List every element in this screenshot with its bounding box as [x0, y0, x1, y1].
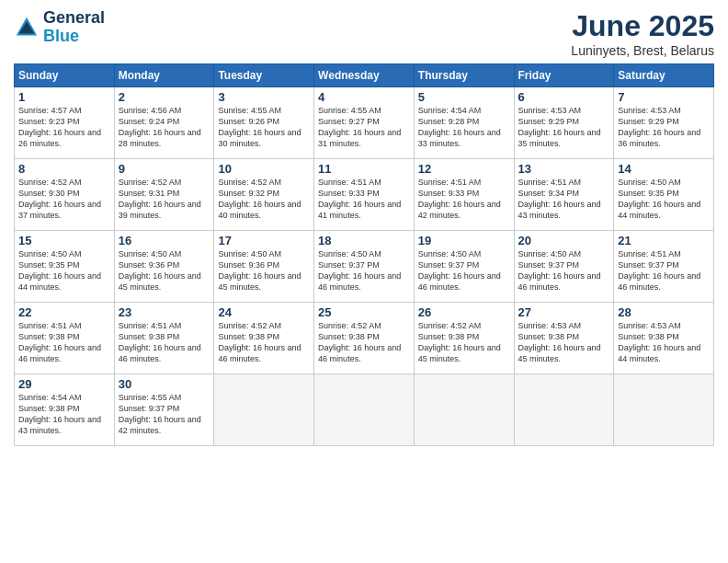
calendar-cell: 24Sunrise: 4:52 AMSunset: 9:38 PMDayligh… [214, 303, 314, 374]
day-info: Sunrise: 4:55 AMSunset: 9:27 PMDaylight:… [318, 105, 410, 150]
day-number: 9 [119, 162, 210, 176]
day-number: 17 [218, 234, 310, 247]
calendar-cell: 3Sunrise: 4:55 AMSunset: 9:26 PMDaylight… [214, 87, 314, 159]
location: Luninyets, Brest, Belarus [571, 43, 714, 58]
logo-text: General Blue [43, 9, 105, 46]
day-number: 1 [18, 90, 110, 104]
calendar-cell: 1Sunrise: 4:57 AMSunset: 9:23 PMDaylight… [15, 87, 115, 159]
day-number: 26 [418, 305, 510, 319]
day-number: 30 [119, 377, 210, 391]
calendar-cell: 26Sunrise: 4:52 AMSunset: 9:38 PMDayligh… [414, 303, 514, 374]
day-info: Sunrise: 4:52 AMSunset: 9:32 PMDaylight:… [218, 177, 310, 222]
day-info: Sunrise: 4:51 AMSunset: 9:33 PMDaylight:… [418, 177, 510, 222]
calendar-cell: 19Sunrise: 4:50 AMSunset: 9:37 PMDayligh… [414, 231, 514, 303]
calendar-week-row: 1Sunrise: 4:57 AMSunset: 9:23 PMDaylight… [15, 87, 714, 159]
day-number: 16 [119, 234, 210, 247]
day-number: 23 [119, 305, 210, 319]
logo-icon [14, 15, 40, 40]
day-info: Sunrise: 4:53 AMSunset: 9:38 PMDaylight:… [618, 320, 710, 365]
calendar-cell [314, 374, 415, 446]
title-section: June 2025 Luninyets, Brest, Belarus [571, 9, 714, 58]
col-friday: Friday [514, 64, 614, 87]
day-info: Sunrise: 4:50 AMSunset: 9:36 PMDaylight:… [218, 248, 310, 293]
calendar-cell: 12Sunrise: 4:51 AMSunset: 9:33 PMDayligh… [414, 159, 514, 231]
calendar-cell [414, 374, 514, 446]
calendar-cell [614, 374, 714, 446]
day-number: 27 [518, 305, 610, 319]
calendar-table: Sunday Monday Tuesday Wednesday Thursday… [14, 63, 714, 446]
col-thursday: Thursday [414, 64, 514, 87]
calendar-cell: 8Sunrise: 4:52 AMSunset: 9:30 PMDaylight… [15, 159, 115, 231]
day-info: Sunrise: 4:52 AMSunset: 9:38 PMDaylight:… [318, 320, 410, 365]
day-number: 5 [418, 90, 510, 104]
calendar-cell: 20Sunrise: 4:50 AMSunset: 9:37 PMDayligh… [514, 231, 614, 303]
col-wednesday: Wednesday [314, 64, 415, 87]
calendar-cell: 18Sunrise: 4:50 AMSunset: 9:37 PMDayligh… [314, 231, 415, 303]
day-info: Sunrise: 4:50 AMSunset: 9:35 PMDaylight:… [618, 177, 710, 222]
calendar-cell: 23Sunrise: 4:51 AMSunset: 9:38 PMDayligh… [114, 303, 214, 374]
calendar-week-row: 29Sunrise: 4:54 AMSunset: 9:38 PMDayligh… [15, 374, 714, 446]
day-number: 12 [418, 162, 510, 176]
calendar-cell: 15Sunrise: 4:50 AMSunset: 9:35 PMDayligh… [15, 231, 115, 303]
col-sunday: Sunday [15, 64, 115, 87]
day-number: 24 [218, 305, 310, 319]
calendar-cell: 2Sunrise: 4:56 AMSunset: 9:24 PMDaylight… [114, 87, 214, 159]
calendar-cell: 29Sunrise: 4:54 AMSunset: 9:38 PMDayligh… [15, 374, 115, 446]
calendar-cell: 17Sunrise: 4:50 AMSunset: 9:36 PMDayligh… [214, 231, 314, 303]
day-info: Sunrise: 4:51 AMSunset: 9:37 PMDaylight:… [618, 248, 710, 293]
day-info: Sunrise: 4:51 AMSunset: 9:34 PMDaylight:… [518, 177, 610, 222]
calendar-cell [514, 374, 614, 446]
col-monday: Monday [114, 64, 214, 87]
calendar-cell: 30Sunrise: 4:55 AMSunset: 9:37 PMDayligh… [114, 374, 214, 446]
calendar-cell: 11Sunrise: 4:51 AMSunset: 9:33 PMDayligh… [314, 159, 415, 231]
logo: General Blue [14, 9, 105, 46]
day-number: 2 [119, 90, 210, 104]
day-info: Sunrise: 4:50 AMSunset: 9:37 PMDaylight:… [418, 248, 510, 293]
calendar-cell: 28Sunrise: 4:53 AMSunset: 9:38 PMDayligh… [614, 303, 714, 374]
day-number: 13 [518, 162, 610, 176]
day-number: 7 [618, 90, 710, 104]
page-container: General Blue June 2025 Luninyets, Brest,… [0, 0, 728, 455]
day-info: Sunrise: 4:52 AMSunset: 9:30 PMDaylight:… [18, 177, 110, 222]
day-info: Sunrise: 4:57 AMSunset: 9:23 PMDaylight:… [18, 105, 110, 150]
header: General Blue June 2025 Luninyets, Brest,… [14, 9, 714, 58]
calendar-cell: 21Sunrise: 4:51 AMSunset: 9:37 PMDayligh… [614, 231, 714, 303]
calendar-cell: 10Sunrise: 4:52 AMSunset: 9:32 PMDayligh… [214, 159, 314, 231]
day-info: Sunrise: 4:53 AMSunset: 9:29 PMDaylight:… [518, 105, 610, 150]
day-number: 10 [218, 162, 310, 176]
calendar-cell: 5Sunrise: 4:54 AMSunset: 9:28 PMDaylight… [414, 87, 514, 159]
calendar-week-row: 15Sunrise: 4:50 AMSunset: 9:35 PMDayligh… [15, 231, 714, 303]
day-info: Sunrise: 4:52 AMSunset: 9:38 PMDaylight:… [418, 320, 510, 365]
day-info: Sunrise: 4:54 AMSunset: 9:28 PMDaylight:… [418, 105, 510, 150]
calendar-cell: 4Sunrise: 4:55 AMSunset: 9:27 PMDaylight… [314, 87, 415, 159]
day-info: Sunrise: 4:52 AMSunset: 9:31 PMDaylight:… [119, 177, 210, 222]
month-title: June 2025 [571, 9, 714, 43]
day-info: Sunrise: 4:55 AMSunset: 9:26 PMDaylight:… [218, 105, 310, 150]
day-number: 14 [618, 162, 710, 176]
calendar-cell: 14Sunrise: 4:50 AMSunset: 9:35 PMDayligh… [614, 159, 714, 231]
calendar-cell: 16Sunrise: 4:50 AMSunset: 9:36 PMDayligh… [114, 231, 214, 303]
day-number: 6 [518, 90, 610, 104]
calendar-cell: 27Sunrise: 4:53 AMSunset: 9:38 PMDayligh… [514, 303, 614, 374]
day-info: Sunrise: 4:53 AMSunset: 9:38 PMDaylight:… [518, 320, 610, 365]
day-number: 25 [318, 305, 410, 319]
day-number: 3 [218, 90, 310, 104]
calendar-cell: 25Sunrise: 4:52 AMSunset: 9:38 PMDayligh… [314, 303, 415, 374]
day-number: 29 [18, 377, 110, 391]
day-info: Sunrise: 4:50 AMSunset: 9:37 PMDaylight:… [518, 248, 610, 293]
day-info: Sunrise: 4:51 AMSunset: 9:33 PMDaylight:… [318, 177, 410, 222]
day-number: 21 [618, 234, 710, 247]
day-info: Sunrise: 4:50 AMSunset: 9:36 PMDaylight:… [119, 248, 210, 293]
day-number: 22 [18, 305, 110, 319]
day-info: Sunrise: 4:51 AMSunset: 9:38 PMDaylight:… [18, 320, 110, 365]
day-number: 18 [318, 234, 410, 247]
day-info: Sunrise: 4:54 AMSunset: 9:38 PMDaylight:… [18, 392, 110, 437]
col-saturday: Saturday [614, 64, 714, 87]
calendar-cell: 7Sunrise: 4:53 AMSunset: 9:29 PMDaylight… [614, 87, 714, 159]
day-info: Sunrise: 4:50 AMSunset: 9:35 PMDaylight:… [18, 248, 110, 293]
header-row: Sunday Monday Tuesday Wednesday Thursday… [15, 64, 714, 87]
col-tuesday: Tuesday [214, 64, 314, 87]
calendar-body: 1Sunrise: 4:57 AMSunset: 9:23 PMDaylight… [15, 87, 714, 446]
calendar-cell: 13Sunrise: 4:51 AMSunset: 9:34 PMDayligh… [514, 159, 614, 231]
day-info: Sunrise: 4:50 AMSunset: 9:37 PMDaylight:… [318, 248, 410, 293]
